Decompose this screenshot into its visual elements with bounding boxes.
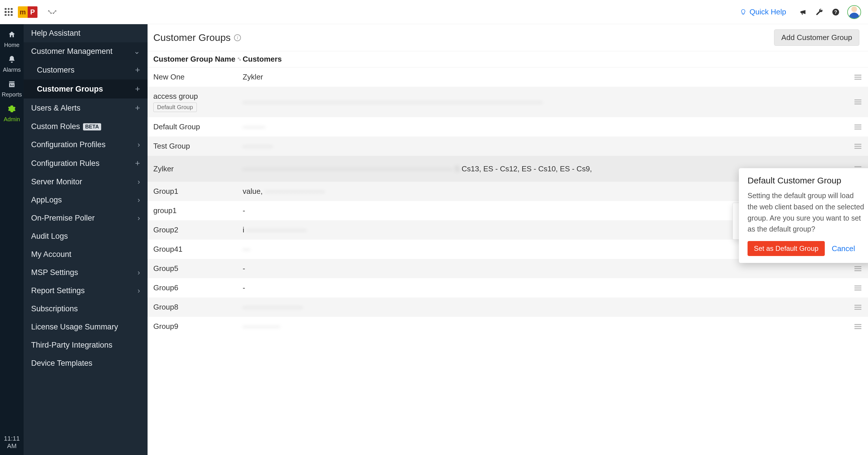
rail-alarms[interactable]: Alarms: [2, 52, 22, 76]
gear-icon: [2, 105, 22, 115]
sidebar-item-configuration-rules[interactable]: Configuration Rules+: [24, 154, 148, 173]
main-content: Customer Groups i Add Customer Group Cus…: [148, 24, 868, 455]
chevron-down-icon: ⌄: [134, 47, 140, 56]
plus-icon[interactable]: +: [135, 103, 140, 113]
sidebar-item-license-usage-summary[interactable]: License Usage Summary: [24, 318, 148, 336]
chevron-right-icon: ›: [137, 214, 140, 223]
nav-rail: HomeAlarmsReportsAdmin 11:11 AM: [0, 24, 24, 455]
table-row[interactable]: Group9—————: [148, 317, 868, 336]
add-customer-group-button[interactable]: Add Customer Group: [774, 29, 859, 46]
dialog-title: Default Customer Group: [748, 176, 865, 186]
cell-group-name: group1: [153, 206, 243, 215]
rail-admin[interactable]: Admin: [2, 101, 22, 126]
sidebar-item-customer-groups[interactable]: Customer Groups+: [24, 79, 148, 98]
cell-group-name: Group6: [153, 283, 243, 292]
help-icon[interactable]: [829, 6, 842, 19]
plus-icon[interactable]: +: [135, 65, 140, 75]
rail-home[interactable]: Home: [2, 27, 22, 52]
sidebar-item-on-premise-poller[interactable]: On-Premise Poller›: [24, 209, 148, 227]
top-bar: mP ⤡ ⤢ Quick Help: [0, 0, 868, 24]
clock: 11:11 AM: [0, 435, 24, 450]
plus-icon[interactable]: +: [135, 158, 140, 168]
cell-customers: -: [243, 283, 864, 292]
cell-customers: —————: [243, 322, 864, 331]
cell-group-name: Group9: [153, 322, 243, 331]
cell-group-name: Group2: [153, 226, 243, 234]
row-menu-icon[interactable]: [853, 265, 863, 272]
cell-customers: ————————————————————————————————————————: [243, 98, 864, 106]
page-title: Customer Groups i: [153, 32, 241, 43]
sidebar-item-subscriptions[interactable]: Subscriptions: [24, 300, 148, 318]
rail-reports[interactable]: Reports: [2, 76, 22, 101]
home-icon: [2, 31, 22, 41]
sidebar-item-audit-logs[interactable]: Audit Logs: [24, 227, 148, 246]
sidebar-item-my-account[interactable]: My Account: [24, 246, 148, 263]
plus-icon[interactable]: +: [135, 84, 140, 94]
table-row[interactable]: access groupDefault Group———————————————…: [148, 87, 868, 117]
bell-icon: [2, 55, 22, 65]
tools-icon[interactable]: [813, 6, 826, 19]
col-header-name[interactable]: Customer Group Name ⤡: [153, 55, 243, 64]
row-menu-icon[interactable]: [853, 303, 863, 311]
row-menu-icon[interactable]: [853, 284, 863, 291]
table-row[interactable]: Group8————————: [148, 297, 868, 317]
sidebar-item-help-assistant[interactable]: Help Assistant: [24, 24, 148, 42]
cell-customers: ————————: [243, 303, 864, 312]
cell-group-name: access groupDefault Group: [153, 92, 243, 112]
cell-group-name: Group41: [153, 245, 243, 254]
default-group-badge: Default Group: [153, 102, 197, 112]
sidebar-item-customers[interactable]: Customers+: [24, 61, 148, 79]
cell-customers: ————: [243, 142, 864, 151]
column-resize-icon[interactable]: ⤡: [237, 56, 242, 62]
sidebar-item-third-party-integrations[interactable]: Third-Party Integrations: [24, 336, 148, 354]
sidebar-item-msp-settings[interactable]: MSP Settings›: [24, 263, 148, 282]
cell-customers: Zykler: [243, 72, 864, 82]
beta-badge: BETA: [83, 123, 101, 130]
sidebar-item-customer-management[interactable]: Customer Management⌄: [24, 42, 148, 61]
report-icon: [2, 80, 22, 90]
cell-group-name: Group1: [153, 187, 243, 196]
cell-group-name: Group8: [153, 303, 243, 312]
cell-customers: -: [243, 264, 864, 273]
sidebar-item-server-monitor[interactable]: Server Monitor›: [24, 173, 148, 191]
sidebar-item-report-settings[interactable]: Report Settings›: [24, 282, 148, 300]
chevron-right-icon: ›: [137, 268, 140, 277]
apps-launcher-icon[interactable]: [3, 7, 14, 17]
cancel-link[interactable]: Cancel: [832, 244, 855, 253]
table-row[interactable]: Default Group———: [148, 117, 868, 136]
sidebar-item-applogs[interactable]: AppLogs›: [24, 191, 148, 209]
chevron-right-icon: ›: [137, 140, 140, 149]
sidebar-item-device-templates[interactable]: Device Templates: [24, 354, 148, 372]
sidebar-item-configuration-profiles[interactable]: Configuration Profiles›: [24, 136, 148, 154]
announcements-icon[interactable]: [797, 6, 810, 19]
table-row[interactable]: Group6-: [148, 278, 868, 297]
sidebar-item-custom-roles[interactable]: Custom RolesBETA: [24, 118, 148, 136]
quick-help-label: Quick Help: [749, 7, 786, 17]
info-icon[interactable]: i: [234, 34, 241, 41]
row-menu-icon[interactable]: [853, 123, 863, 130]
expand-icon[interactable]: ⤡ ⤢: [47, 8, 56, 16]
cell-group-name: Test Group: [153, 142, 243, 151]
col-header-customers[interactable]: Customers: [243, 55, 859, 64]
table-row[interactable]: New OneZykler: [148, 67, 868, 87]
sidebar-item-users-alerts[interactable]: Users & Alerts+: [24, 98, 148, 118]
row-menu-icon[interactable]: [853, 142, 863, 150]
chevron-right-icon: ›: [137, 286, 140, 295]
row-menu-icon[interactable]: [853, 323, 863, 330]
bulb-icon: [740, 9, 747, 15]
dialog-body: Setting the default group will load the …: [748, 190, 865, 235]
default-group-dialog: Default Customer Group Setting the defau…: [739, 168, 868, 263]
quick-help-link[interactable]: Quick Help: [740, 7, 786, 17]
chevron-right-icon: ›: [137, 177, 140, 186]
row-menu-icon[interactable]: [853, 73, 863, 80]
set-default-group-button[interactable]: Set as Default Group: [748, 241, 825, 256]
table-header: Customer Group Name ⤡ Customers: [148, 51, 868, 67]
cell-group-name: Zylker: [153, 164, 243, 173]
cell-group-name: Default Group: [153, 122, 243, 131]
table-row[interactable]: Test Group————: [148, 136, 868, 156]
row-menu-icon[interactable]: [853, 98, 863, 106]
brand-logo[interactable]: mP: [18, 6, 37, 19]
cell-group-name: New One: [153, 72, 243, 82]
user-avatar[interactable]: [847, 5, 861, 19]
cell-customers: ———: [243, 122, 864, 131]
